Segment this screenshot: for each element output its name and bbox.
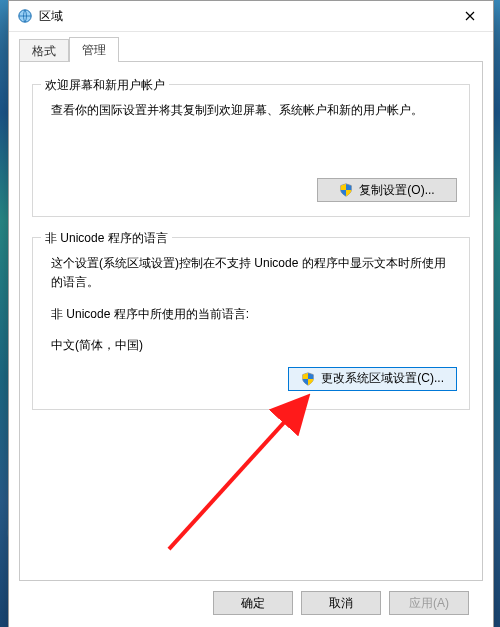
button-label: 复制设置(O)...: [359, 182, 434, 199]
ok-button[interactable]: 确定: [213, 591, 293, 615]
group-legend: 欢迎屏幕和新用户帐户: [41, 77, 169, 94]
window-title: 区域: [39, 8, 447, 25]
change-system-locale-button[interactable]: 更改系统区域设置(C)...: [288, 367, 457, 391]
current-language-value: 中文(简体，中国): [51, 336, 457, 355]
uac-shield-icon: [301, 372, 315, 386]
tab-label: 格式: [32, 44, 56, 58]
button-label: 更改系统区域设置(C)...: [321, 370, 444, 387]
tab-admin[interactable]: 管理: [69, 37, 119, 62]
button-label: 确定: [241, 595, 265, 612]
button-label: 取消: [329, 595, 353, 612]
welcome-description: 查看你的国际设置并将其复制到欢迎屏幕、系统帐户和新的用户帐户。: [51, 101, 457, 120]
group-welcome-screen: 欢迎屏幕和新用户帐户 查看你的国际设置并将其复制到欢迎屏幕、系统帐户和新的用户帐…: [32, 84, 470, 217]
title-bar: 区域: [9, 1, 493, 32]
tab-label: 管理: [82, 43, 106, 57]
uac-shield-icon: [339, 183, 353, 197]
tab-format[interactable]: 格式: [19, 39, 69, 62]
globe-icon: [17, 8, 33, 24]
close-button[interactable]: [447, 1, 493, 31]
tab-panel-admin: 欢迎屏幕和新用户帐户 查看你的国际设置并将其复制到欢迎屏幕、系统帐户和新的用户帐…: [19, 61, 483, 581]
dialog-button-row: 确定 取消 应用(A): [19, 581, 483, 615]
current-language-label: 非 Unicode 程序中所使用的当前语言:: [51, 305, 457, 324]
copy-settings-button[interactable]: 复制设置(O)...: [317, 178, 457, 202]
group-non-unicode: 非 Unicode 程序的语言 这个设置(系统区域设置)控制在不支持 Unico…: [32, 237, 470, 410]
cancel-button[interactable]: 取消: [301, 591, 381, 615]
group-legend: 非 Unicode 程序的语言: [41, 230, 172, 247]
region-dialog: 区域 格式 管理 欢迎屏幕和新用户帐户 查看你的国际设置并将其复制到欢迎屏幕、系…: [8, 0, 494, 627]
tab-strip: 格式 管理: [19, 38, 483, 61]
apply-button[interactable]: 应用(A): [389, 591, 469, 615]
non-unicode-description: 这个设置(系统区域设置)控制在不支持 Unicode 的程序中显示文本时所使用的…: [51, 254, 457, 292]
button-label: 应用(A): [409, 595, 449, 612]
